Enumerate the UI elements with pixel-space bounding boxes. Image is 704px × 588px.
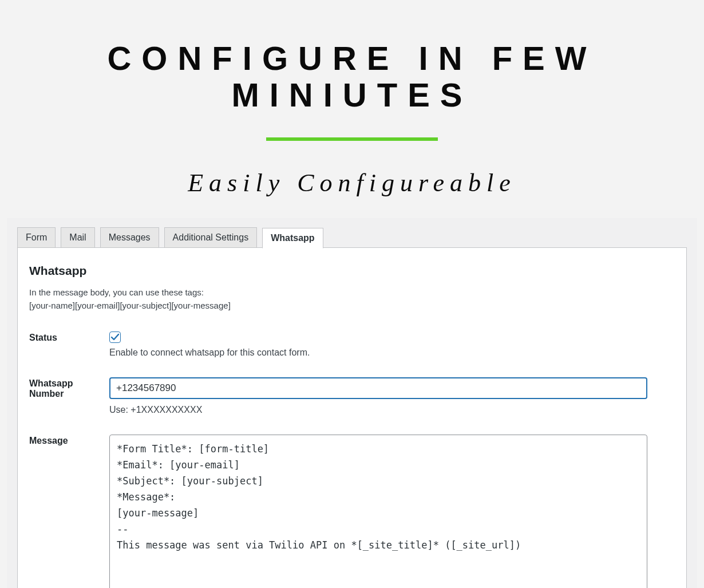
status-checkbox[interactable]	[109, 332, 121, 343]
whatsapp-panel: Whatsapp In the message body, you can us…	[17, 247, 687, 588]
tab-messages[interactable]: Messages	[100, 227, 159, 248]
tab-whatsapp[interactable]: Whatsapp	[262, 228, 323, 248]
tab-form[interactable]: Form	[17, 227, 56, 248]
whatsapp-number-input[interactable]	[109, 377, 647, 399]
settings-panel-wrap: Form Mail Messages Additional Settings W…	[7, 218, 697, 588]
row-status: Status Enable to connect whatsapp for th…	[29, 332, 675, 358]
tab-label: Mail	[69, 232, 86, 242]
status-help: Enable to connect whatsapp for this cont…	[109, 348, 675, 358]
panel-hint-tags: [your-name][your-email][your-subject][yo…	[29, 299, 675, 312]
label-status: Status	[29, 332, 109, 343]
panel-heading: Whatsapp	[29, 264, 675, 278]
panel-hint-line1: In the message body, you can use these t…	[29, 286, 675, 299]
tab-mail[interactable]: Mail	[61, 227, 94, 248]
check-icon	[110, 333, 120, 342]
hero-header: CONFIGURE IN FEW MINIUTES Easily Configu…	[0, 0, 704, 198]
hero-divider	[266, 137, 438, 141]
form-section: Status Enable to connect whatsapp for th…	[29, 312, 675, 588]
row-message: Message	[29, 435, 675, 588]
tab-bar: Form Mail Messages Additional Settings W…	[17, 227, 687, 248]
row-whatsapp-number: Whatsapp Number Use: +1XXXXXXXXXX	[29, 377, 675, 415]
hero-subtitle: Easily Configureable	[0, 168, 704, 198]
message-textarea[interactable]	[109, 435, 647, 588]
tab-label: Messages	[109, 232, 151, 242]
whatsapp-number-hint: Use: +1XXXXXXXXXX	[109, 405, 675, 415]
tab-additional-settings[interactable]: Additional Settings	[164, 227, 258, 248]
label-whatsapp-number: Whatsapp Number	[29, 377, 109, 399]
tab-label: Additional Settings	[173, 232, 249, 242]
tab-label: Form	[26, 232, 47, 242]
tab-label: Whatsapp	[271, 233, 314, 243]
hero-title: CONFIGURE IN FEW MINIUTES	[0, 40, 704, 113]
label-message: Message	[29, 435, 109, 446]
